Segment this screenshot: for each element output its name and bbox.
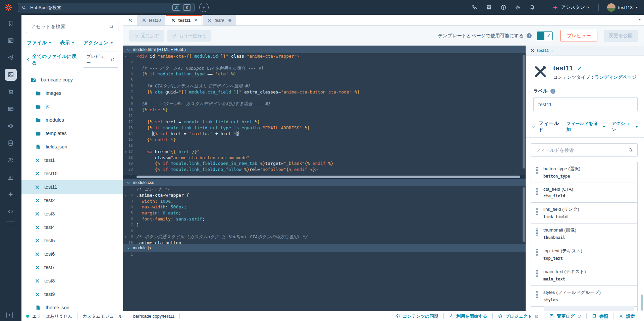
- global-search-input[interactable]: [30, 5, 169, 10]
- field-row-main_text[interactable]: main_text (テキスト)main_text: [531, 265, 637, 286]
- code-line[interactable]: [137, 113, 526, 119]
- rail-marketing[interactable]: [5, 53, 17, 63]
- field-row-thumbnail[interactable]: thumbnail (画像)thumbnail: [531, 223, 637, 244]
- code-line[interactable]: <a href="{{ href }}": [137, 149, 526, 155]
- field-actions-button[interactable]: アクション: [611, 121, 638, 133]
- rail-campaigns[interactable]: [5, 121, 17, 131]
- code-line[interactable]: {% set href = module.link_field.url.href…: [137, 119, 526, 125]
- marketplace-icon[interactable]: [486, 4, 492, 10]
- rail-bookmarks[interactable]: [5, 18, 17, 28]
- redo-button[interactable]: もう一度行う: [167, 30, 211, 42]
- code-line[interactable]: }: [137, 222, 526, 228]
- expand-rail-button[interactable]: ›: [6, 312, 13, 318]
- tab-test10[interactable]: test10: [137, 15, 165, 25]
- field-row-styles[interactable]: styles (フィールドグループ)styles: [531, 286, 637, 307]
- code-pane-js[interactable]: 1: [123, 252, 526, 311]
- preview-file-button[interactable]: プレビュー: [83, 52, 118, 68]
- preview-button[interactable]: プレビュー: [560, 30, 597, 42]
- fold-marker-icon[interactable]: ▼: [125, 193, 126, 199]
- rail-ai[interactable]: [5, 189, 17, 199]
- field-row-top_text[interactable]: top_text (テキスト)top_text: [531, 244, 637, 265]
- code-line[interactable]: [137, 143, 526, 149]
- availability-toggle[interactable]: ✓: [537, 31, 553, 40]
- code-line[interactable]: {% if module.link_field.no_follow %}rel=…: [137, 167, 526, 173]
- code-line[interactable]: {% else %}: [137, 107, 526, 113]
- tree-item-test10[interactable]: test10: [21, 167, 123, 180]
- asset-search[interactable]: [26, 20, 118, 33]
- pane-header-css[interactable]: module.css: [123, 179, 526, 186]
- fold-marker-icon[interactable]: ▼: [125, 54, 126, 60]
- field-row-cta_field[interactable]: cta_field (CTA)cta_field: [531, 183, 637, 203]
- tree-item-test4[interactable]: test4: [21, 220, 123, 234]
- field-row-button_type[interactable]: button_type (選択)button_type: [531, 162, 637, 183]
- pane-header-html[interactable]: module.html (HTML + HubL): [123, 46, 526, 53]
- publish-button[interactable]: 変更を公開: [604, 30, 638, 42]
- tree-item-fields.json[interactable]: fields.json: [21, 140, 123, 153]
- create-button[interactable]: +: [199, 3, 209, 12]
- status-action-gear[interactable]: 設定: [613, 313, 640, 319]
- collapse-sidebar-button[interactable]: [123, 15, 137, 25]
- edit-name-icon[interactable]: [577, 65, 583, 71]
- rail-data[interactable]: [5, 138, 17, 148]
- assistant-button[interactable]: アシスタント: [552, 4, 590, 10]
- code-line[interactable]: /* コンテナ */: [137, 186, 526, 192]
- tree-item-test11[interactable]: test11: [21, 180, 123, 194]
- tree-item-modules[interactable]: modules: [21, 113, 123, 127]
- tree-item-test2[interactable]: test2: [21, 194, 123, 207]
- rail-crm[interactable]: [5, 36, 17, 46]
- code-line[interactable]: margin: 0 auto;: [137, 210, 526, 216]
- status-action-layers[interactable]: プロジェクト: [493, 313, 544, 319]
- code-line[interactable]: {% if module.link_field.url.type is equa…: [137, 125, 526, 131]
- drag-handle-icon[interactable]: [536, 188, 538, 195]
- field-row-link_field[interactable]: link_field (リンク)link_field: [531, 203, 637, 223]
- info-icon[interactable]: i: [550, 89, 555, 94]
- tree-item-test7[interactable]: test7: [21, 261, 123, 274]
- tab-overflow-button[interactable]: [638, 19, 641, 20]
- asset-search-input[interactable]: [30, 23, 106, 29]
- horizontal-scrollbar[interactable]: [123, 175, 526, 179]
- code-line[interactable]: max-width: 500px;: [137, 204, 526, 210]
- code-line[interactable]: {# --- パターンB: カスタムデザインを利用する場合 --- #}: [137, 101, 526, 107]
- code-line[interactable]: {% if module.link_field.open_in_new_tab …: [137, 160, 526, 167]
- tree-item-test9[interactable]: test9: [21, 287, 123, 301]
- content-type-link[interactable]: ランディングページ: [595, 75, 636, 80]
- field-row-nested[interactable]: base_bg_color (カラー): [544, 306, 634, 311]
- notifications-icon[interactable]: [529, 4, 535, 10]
- rail-commerce[interactable]: [5, 87, 17, 97]
- code-line[interactable]: {# CTAタグにクラスを注入してデザインを適用 #}: [137, 83, 526, 89]
- account-menu[interactable]: test113: [607, 3, 638, 12]
- code-line[interactable]: .anime-cta-wrapper {: [137, 192, 526, 198]
- tab-test11[interactable]: test11×: [166, 15, 202, 25]
- phone-icon[interactable]: [472, 4, 478, 10]
- add-field-button[interactable]: フィールドを追加: [567, 121, 606, 133]
- panel-scrollbar[interactable]: [641, 295, 643, 311]
- tree-item-test8[interactable]: test8: [21, 274, 123, 287]
- tab-test9[interactable]: test9: [203, 15, 236, 25]
- back-to-all-files-link[interactable]: 全てのファイルに戻る: [26, 53, 81, 66]
- view-menu[interactable]: 表示: [60, 40, 74, 46]
- code-pane-css[interactable]: 1/* コンテナ */▼2.anime-cta-wrapper {3 width…: [123, 186, 526, 244]
- code-line[interactable]: .anime-cta-button: [137, 240, 526, 244]
- rail-development[interactable]: [5, 206, 17, 216]
- file-menu[interactable]: ファイル: [27, 40, 51, 46]
- status-action-cloud-upload[interactable]: コンテンツの同期: [390, 313, 443, 319]
- drag-handle-icon[interactable]: [536, 167, 538, 174]
- drag-handle-icon[interactable]: [536, 291, 538, 298]
- hubspot-logo-icon[interactable]: [4, 3, 13, 12]
- code-line[interactable]: [137, 77, 526, 83]
- vertical-scrollbar[interactable]: [523, 187, 525, 242]
- info-icon[interactable]: i: [527, 33, 532, 38]
- code-line[interactable]: {% set href = "mailto:" + href %}: [137, 131, 526, 137]
- tree-item-templates[interactable]: templates: [21, 127, 123, 140]
- tree-item-test1[interactable]: test1: [21, 153, 123, 167]
- close-tab-icon[interactable]: ×: [194, 17, 197, 23]
- global-search[interactable]: ⌘ K: [18, 3, 195, 12]
- drag-handle-icon[interactable]: [536, 270, 538, 277]
- status-action-changelog[interactable]: 変更ログ: [544, 313, 586, 319]
- undo-button[interactable]: 元に戻す: [129, 30, 164, 42]
- rail-content[interactable]: [5, 69, 17, 81]
- tree-item-test5[interactable]: test5: [21, 234, 123, 247]
- code-line[interactable]: class="anime-cta-button custom-mode": [137, 155, 526, 161]
- code-pane-html[interactable]: ▼1<div id="anime-cta-{{ module.id }}" cl…: [123, 53, 526, 179]
- code-line[interactable]: [137, 252, 526, 258]
